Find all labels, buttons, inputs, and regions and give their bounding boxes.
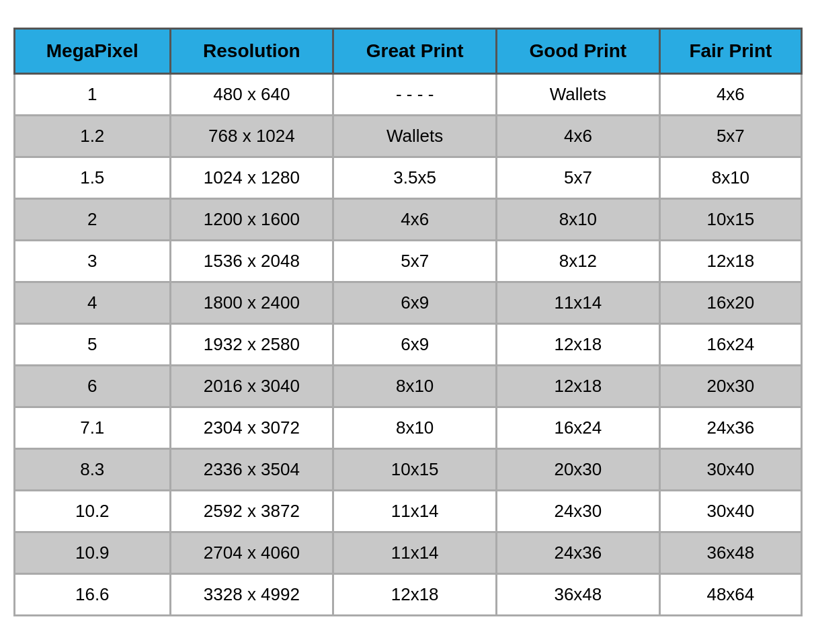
cell-fair_print: 4x6 [659, 74, 801, 116]
cell-megapixel: 3 [15, 241, 171, 282]
table-row: 10.22592 x 387211x1424x3030x40 [15, 491, 802, 532]
cell-fair_print: 8x10 [659, 157, 801, 199]
cell-megapixel: 10.2 [15, 491, 171, 532]
cell-great_print: 11x14 [333, 491, 497, 532]
cell-resolution: 480 x 640 [170, 74, 333, 116]
cell-megapixel: 1 [15, 74, 171, 116]
cell-good_print: 20x30 [497, 449, 660, 491]
cell-resolution: 2704 x 4060 [170, 532, 333, 574]
cell-fair_print: 16x20 [659, 282, 801, 324]
table-row: 1480 x 640- - - -Wallets4x6 [15, 74, 802, 116]
table-row: 31536 x 20485x78x1212x18 [15, 241, 802, 282]
header-row: MegaPixel Resolution Great Print Good Pr… [15, 29, 802, 74]
cell-megapixel: 10.9 [15, 532, 171, 574]
cell-good_print: 24x36 [497, 532, 660, 574]
cell-megapixel: 7.1 [15, 407, 171, 449]
cell-great_print: - - - - [333, 74, 497, 116]
cell-resolution: 1800 x 2400 [170, 282, 333, 324]
cell-great_print: 12x18 [333, 574, 497, 616]
cell-great_print: 5x7 [333, 241, 497, 282]
cell-good_print: 36x48 [497, 574, 660, 616]
cell-megapixel: 5 [15, 324, 171, 366]
cell-fair_print: 20x30 [659, 366, 801, 407]
header-fair-print: Fair Print [659, 29, 801, 74]
header-resolution: Resolution [170, 29, 333, 74]
cell-megapixel: 8.3 [15, 449, 171, 491]
cell-good_print: Wallets [497, 74, 660, 116]
cell-good_print: 16x24 [497, 407, 660, 449]
cell-megapixel: 16.6 [15, 574, 171, 616]
cell-good_print: 4x6 [497, 116, 660, 157]
table-row: 51932 x 25806x912x1816x24 [15, 324, 802, 366]
cell-resolution: 768 x 1024 [170, 116, 333, 157]
cell-fair_print: 5x7 [659, 116, 801, 157]
cell-great_print: 8x10 [333, 366, 497, 407]
cell-resolution: 1536 x 2048 [170, 241, 333, 282]
table-row: 16.63328 x 499212x1836x4848x64 [15, 574, 802, 616]
cell-resolution: 3328 x 4992 [170, 574, 333, 616]
table-row: 8.32336 x 350410x1520x3030x40 [15, 449, 802, 491]
table-row: 7.12304 x 30728x1016x2424x36 [15, 407, 802, 449]
cell-good_print: 24x30 [497, 491, 660, 532]
cell-resolution: 1932 x 2580 [170, 324, 333, 366]
cell-good_print: 5x7 [497, 157, 660, 199]
cell-fair_print: 36x48 [659, 532, 801, 574]
cell-megapixel: 4 [15, 282, 171, 324]
cell-great_print: Wallets [333, 116, 497, 157]
cell-great_print: 11x14 [333, 532, 497, 574]
header-good-print: Good Print [497, 29, 660, 74]
cell-megapixel: 2 [15, 199, 171, 241]
cell-resolution: 2304 x 3072 [170, 407, 333, 449]
cell-good_print: 8x10 [497, 199, 660, 241]
cell-megapixel: 1.5 [15, 157, 171, 199]
cell-great_print: 6x9 [333, 282, 497, 324]
cell-great_print: 8x10 [333, 407, 497, 449]
table-row: 1.2768 x 1024Wallets4x65x7 [15, 116, 802, 157]
cell-fair_print: 48x64 [659, 574, 801, 616]
table-wrapper: MegaPixel Resolution Great Print Good Pr… [0, 14, 816, 630]
cell-fair_print: 30x40 [659, 491, 801, 532]
header-great-print: Great Print [333, 29, 497, 74]
cell-good_print: 8x12 [497, 241, 660, 282]
table-row: 21200 x 16004x68x1010x15 [15, 199, 802, 241]
cell-resolution: 2592 x 3872 [170, 491, 333, 532]
cell-great_print: 10x15 [333, 449, 497, 491]
cell-fair_print: 10x15 [659, 199, 801, 241]
cell-fair_print: 24x36 [659, 407, 801, 449]
cell-fair_print: 16x24 [659, 324, 801, 366]
cell-fair_print: 12x18 [659, 241, 801, 282]
cell-megapixel: 6 [15, 366, 171, 407]
cell-great_print: 4x6 [333, 199, 497, 241]
table-row: 1.51024 x 12803.5x55x78x10 [15, 157, 802, 199]
cell-resolution: 2016 x 3040 [170, 366, 333, 407]
table-row: 10.92704 x 406011x1424x3636x48 [15, 532, 802, 574]
cell-megapixel: 1.2 [15, 116, 171, 157]
cell-resolution: 1024 x 1280 [170, 157, 333, 199]
cell-great_print: 6x9 [333, 324, 497, 366]
header-megapixel: MegaPixel [15, 29, 171, 74]
table-row: 41800 x 24006x911x1416x20 [15, 282, 802, 324]
table-row: 62016 x 30408x1012x1820x30 [15, 366, 802, 407]
cell-great_print: 3.5x5 [333, 157, 497, 199]
cell-resolution: 2336 x 3504 [170, 449, 333, 491]
cell-resolution: 1200 x 1600 [170, 199, 333, 241]
cell-good_print: 12x18 [497, 324, 660, 366]
cell-good_print: 11x14 [497, 282, 660, 324]
cell-good_print: 12x18 [497, 366, 660, 407]
print-resolution-table: MegaPixel Resolution Great Print Good Pr… [13, 28, 803, 616]
cell-fair_print: 30x40 [659, 449, 801, 491]
